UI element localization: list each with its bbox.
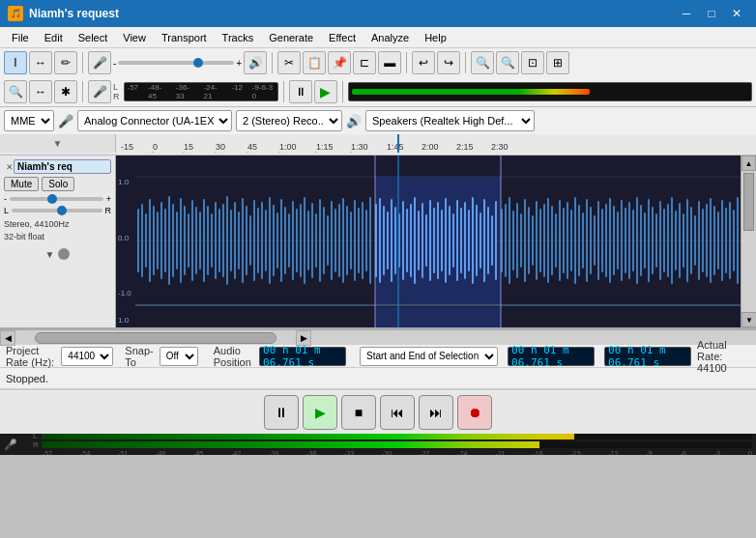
svg-rect-113 <box>468 210 470 271</box>
tool-select2[interactable]: 🔍 <box>4 80 27 103</box>
menu-analyze[interactable]: Analyze <box>363 30 417 45</box>
trim-button[interactable]: ⊏ <box>353 51 376 74</box>
menu-edit[interactable]: Edit <box>37 30 71 45</box>
svg-rect-67 <box>288 213 290 268</box>
zoom-select-button[interactable]: ⊞ <box>546 51 569 74</box>
svg-rect-63 <box>273 205 275 276</box>
svg-rect-43 <box>195 207 197 274</box>
svg-text:1:15: 1:15 <box>316 142 334 152</box>
tool-multiselect[interactable]: ✱ <box>54 80 77 103</box>
scroll-up-button[interactable]: ▲ <box>741 156 756 171</box>
pan-slider[interactable] <box>12 209 102 212</box>
svg-rect-182 <box>737 197 739 284</box>
draw-tool-button[interactable]: ✏ <box>54 51 77 74</box>
vertical-scrollbar[interactable]: ▲ ▼ <box>741 156 756 327</box>
svg-rect-94 <box>394 207 396 274</box>
svg-rect-134 <box>551 206 553 275</box>
svg-rect-47 <box>211 213 213 268</box>
close-button[interactable]: ✕ <box>725 5 748 22</box>
timeline-ruler[interactable]: ▼ -15 0 15 30 45 1:00 1:15 1:30 1:45 2:0… <box>0 134 756 156</box>
waveform-display[interactable]: 1.0 0.0 -1.0 <box>116 156 756 327</box>
maximize-button[interactable]: □ <box>700 5 723 22</box>
play-button[interactable]: ▶ <box>314 80 337 103</box>
paste-button[interactable]: 📌 <box>328 51 351 74</box>
input-channel-select[interactable]: 2 (Stereo) Reco... <box>236 110 342 131</box>
vu-meter-channels: L R -57 -54 -51 -48 -45 -42 -39 -36 -33 <box>33 434 752 455</box>
svg-rect-100 <box>418 211 420 270</box>
snap-to-select[interactable]: Off <box>160 347 198 366</box>
status-bar: Stopped. <box>0 368 756 389</box>
zoom-fit-button[interactable]: ⊡ <box>521 51 544 74</box>
menu-transport[interactable]: Transport <box>154 30 215 45</box>
copy-button[interactable]: 📋 <box>303 51 326 74</box>
scroll-down-button[interactable]: ▼ <box>741 312 756 327</box>
transport-record-button[interactable]: ⏺ <box>457 395 492 430</box>
svg-rect-98 <box>410 204 412 277</box>
svg-text:2:30: 2:30 <box>491 142 509 152</box>
svg-rect-106 <box>441 210 443 271</box>
mic-button[interactable]: 🎤 <box>88 51 111 74</box>
svg-rect-52 <box>230 210 232 271</box>
svg-rect-107 <box>445 198 447 283</box>
api-select[interactable]: MME <box>4 110 54 131</box>
track-info-line2: 32-bit float <box>4 231 111 243</box>
project-rate-select[interactable]: 44100 <box>61 347 113 366</box>
track-arrow: ▼ <box>53 138 63 149</box>
svg-rect-170 <box>690 207 692 274</box>
track-info: Stereo, 44100Hz 32-bit float <box>4 218 111 242</box>
svg-rect-119 <box>491 215 493 266</box>
output-device-select[interactable]: Speakers (Realtek High Def... <box>365 110 535 131</box>
transport-stop-button[interactable]: ■ <box>341 395 376 430</box>
volume-slider[interactable] <box>118 61 234 65</box>
menu-tracks[interactable]: Tracks <box>215 30 262 45</box>
selection-end-field[interactable]: 00 h 01 m 06.761 s <box>604 347 691 366</box>
undo-button[interactable]: ↩ <box>412 51 435 74</box>
transport-pause-button[interactable]: ⏸ <box>264 395 299 430</box>
scroll-thumb-v[interactable] <box>743 173 754 231</box>
cut-button[interactable]: ✂ <box>277 51 301 74</box>
transport-skip-start-button[interactable]: ⏮ <box>380 395 415 430</box>
solo-button[interactable]: Solo <box>42 177 74 191</box>
audio-position-field[interactable]: 00 h 01 m 06.761 s <box>259 347 346 366</box>
scroll-thumb-h[interactable] <box>35 332 276 344</box>
svg-rect-79 <box>334 209 336 272</box>
menu-effect[interactable]: Effect <box>321 30 363 45</box>
mute-button[interactable]: Mute <box>4 177 39 191</box>
silence-button[interactable]: ▬ <box>378 51 401 74</box>
scroll-left-button[interactable]: ◀ <box>0 330 15 346</box>
svg-text:2:15: 2:15 <box>456 142 474 152</box>
selection-type-dropdown[interactable]: Start and End of Selection <box>360 347 498 366</box>
svg-rect-66 <box>284 207 286 274</box>
tool-hscroll[interactable]: ↔ <box>29 80 52 103</box>
toolbar-separator-2 <box>272 52 273 73</box>
zoom-in-button[interactable]: 🔍 <box>471 51 494 74</box>
menu-view[interactable]: View <box>115 30 154 45</box>
selection-start-field[interactable]: 00 h 01 m 06.761 s <box>508 347 595 366</box>
menu-file[interactable]: File <box>4 30 37 45</box>
pause-button[interactable]: ⏸ <box>289 80 312 103</box>
speaker-button[interactable]: 🔊 <box>244 51 267 74</box>
redo-button[interactable]: ↪ <box>437 51 460 74</box>
envelope-tool-button[interactable]: ↔ <box>29 51 52 74</box>
svg-rect-168 <box>683 213 684 268</box>
vu-meter-right: R <box>33 441 752 449</box>
track-color-dot[interactable] <box>58 248 70 260</box>
menu-generate[interactable]: Generate <box>261 30 321 45</box>
transport-skip-end-button[interactable]: ⏭ <box>419 395 453 430</box>
svg-rect-146 <box>597 201 599 280</box>
gain-slider[interactable] <box>10 197 103 201</box>
menu-help[interactable]: Help <box>417 30 454 45</box>
input-device-select[interactable]: Analog Connector (UA-1EX) <box>77 110 232 131</box>
title-bar-controls: ─ □ ✕ <box>675 5 748 22</box>
track-close-button[interactable]: ✕ <box>6 162 14 172</box>
zoom-out-button[interactable]: 🔍 <box>496 51 519 74</box>
collapse-button[interactable]: ▼ <box>45 249 55 260</box>
selection-tool-button[interactable]: I <box>4 51 27 74</box>
track-info-line1: Stereo, 44100Hz <box>4 218 111 231</box>
transport-play-button[interactable]: ▶ <box>303 395 337 430</box>
input-monitor-button[interactable]: 🎤 <box>88 80 111 103</box>
minimize-button[interactable]: ─ <box>675 5 698 22</box>
svg-rect-56 <box>246 206 247 275</box>
svg-rect-173 <box>702 209 704 272</box>
menu-select[interactable]: Select <box>71 30 116 45</box>
